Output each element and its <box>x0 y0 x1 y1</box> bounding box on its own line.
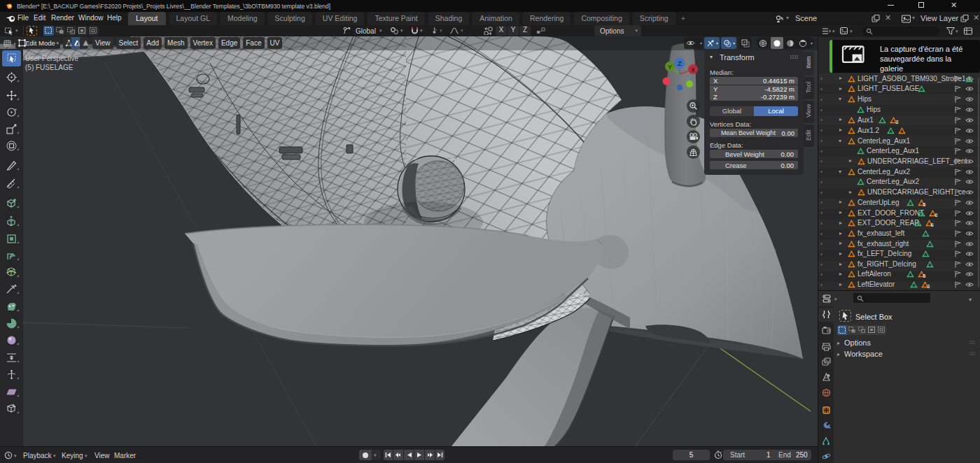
svg-text:Z: Z <box>678 60 682 67</box>
svg-text:X: X <box>691 66 695 73</box>
svg-text:Y: Y <box>668 64 672 71</box>
